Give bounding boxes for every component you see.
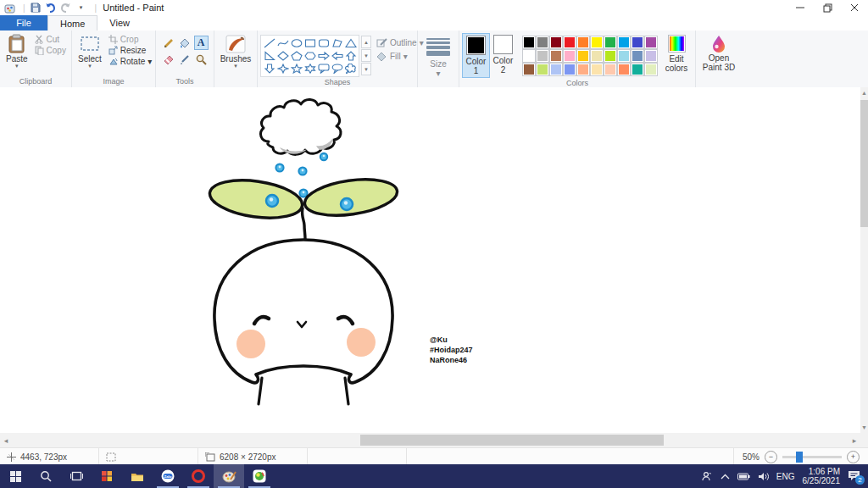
horizontal-scroll-thumb[interactable]: [360, 435, 664, 446]
palette-swatch[interactable]: [590, 49, 604, 63]
shape-right-arrow[interactable]: [317, 50, 330, 62]
palette-swatch[interactable]: [617, 49, 631, 63]
palette-swatch[interactable]: [522, 63, 536, 76]
shape-pentagon[interactable]: [290, 50, 303, 62]
palette-swatch[interactable]: [590, 63, 604, 76]
color-picker-tool[interactable]: [178, 52, 192, 66]
vertical-scroll-thumb[interactable]: [860, 100, 868, 227]
palette-swatch[interactable]: [563, 63, 576, 76]
shape-rounded-rectangle[interactable]: [317, 37, 330, 49]
palette-swatch[interactable]: [563, 36, 576, 49]
palette-swatch[interactable]: [563, 49, 576, 63]
scroll-up-arrow[interactable]: ▲: [860, 87, 868, 98]
shape-left-arrow[interactable]: [331, 50, 343, 62]
vertical-scrollbar[interactable]: ▲ ▼: [860, 87, 868, 433]
edit-colors-button[interactable]: Edit colors: [660, 33, 693, 75]
palette-swatch[interactable]: [522, 36, 536, 49]
palette-swatch[interactable]: [549, 36, 563, 49]
magnifier-tool[interactable]: [194, 52, 209, 66]
shape-oval-callout[interactable]: [331, 63, 343, 75]
undo-button[interactable]: [45, 2, 57, 14]
rotate-button[interactable]: Rotate ▾: [108, 57, 153, 66]
taskbar-search-button[interactable]: [31, 464, 61, 488]
palette-swatch[interactable]: [549, 63, 563, 76]
task-view-button[interactable]: [61, 464, 92, 488]
drawing-canvas[interactable]: @Ku #Hoidap247 NaRone46: [0, 87, 860, 433]
palette-swatch[interactable]: [644, 36, 658, 49]
speaker-icon[interactable]: [758, 472, 769, 481]
zoom-slider[interactable]: [782, 456, 842, 458]
brushes-button[interactable]: Brushes ▾: [217, 32, 255, 69]
scroll-down-arrow[interactable]: ▼: [860, 422, 868, 433]
shape-line[interactable]: [263, 37, 275, 49]
palette-swatch[interactable]: [631, 36, 644, 49]
palette-swatch[interactable]: [631, 63, 644, 76]
palette-swatch[interactable]: [522, 49, 536, 63]
palette-swatch[interactable]: [604, 63, 617, 76]
show-hidden-icons-chevron[interactable]: [721, 474, 730, 480]
pencil-tool[interactable]: [162, 36, 176, 50]
palette-swatch[interactable]: [576, 63, 590, 76]
fill-tool[interactable]: [178, 36, 192, 50]
shape-five-point-star[interactable]: [290, 63, 303, 75]
palette-swatch[interactable]: [604, 49, 617, 63]
minimize-button[interactable]: [787, 0, 814, 15]
zalo-app-button[interactable]: Zalo: [153, 464, 183, 488]
shape-ellipse[interactable]: [290, 37, 303, 49]
palette-swatch[interactable]: [536, 36, 549, 49]
shape-curve[interactable]: [276, 37, 289, 49]
resize-button[interactable]: Resize: [108, 46, 153, 55]
start-button[interactable]: [0, 464, 31, 488]
shape-up-arrow[interactable]: [344, 50, 357, 62]
action-center-button[interactable]: 2: [848, 470, 861, 482]
zoom-in-button[interactable]: +: [847, 451, 860, 463]
tab-home[interactable]: Home: [47, 15, 97, 30]
people-icon[interactable]: [702, 471, 713, 481]
horizontal-scrollbar[interactable]: ◂ ▸: [0, 433, 860, 447]
fill-button[interactable]: Fill ▾: [376, 51, 424, 61]
shape-rounded-callout[interactable]: [317, 63, 330, 75]
file-explorer-button[interactable]: [122, 464, 153, 488]
crop-button[interactable]: Crop: [108, 35, 153, 44]
palette-swatch[interactable]: [604, 36, 617, 49]
coccoc-browser-button[interactable]: [244, 464, 275, 488]
palette-swatch[interactable]: [536, 49, 549, 63]
shape-right-triangle[interactable]: [263, 50, 275, 62]
paint-taskbar-button[interactable]: [214, 464, 244, 488]
text-tool[interactable]: A: [194, 36, 209, 50]
language-indicator[interactable]: ENG: [776, 472, 795, 481]
shape-triangle[interactable]: [344, 37, 357, 49]
customize-qat-button[interactable]: ▾: [75, 2, 87, 14]
palette-swatch[interactable]: [536, 63, 549, 76]
zoom-slider-thumb[interactable]: [796, 452, 803, 463]
eraser-tool[interactable]: [162, 52, 176, 66]
shape-four-point-star[interactable]: [276, 63, 289, 75]
shapes-more-button[interactable]: ▼: [361, 63, 371, 75]
size-button[interactable]: Size ▾: [426, 36, 450, 78]
scroll-right-arrow[interactable]: ▸: [849, 433, 860, 447]
copy-button[interactable]: Copy: [35, 46, 66, 55]
close-button[interactable]: [841, 0, 868, 15]
palette-swatch[interactable]: [549, 49, 563, 63]
save-button[interactable]: [30, 2, 42, 14]
zoom-out-button[interactable]: −: [765, 451, 777, 463]
open-paint3d-button[interactable]: Open Paint 3D: [698, 33, 740, 74]
shape-diamond[interactable]: [276, 50, 289, 62]
paste-button[interactable]: Paste ▾: [3, 32, 31, 69]
tab-view[interactable]: View: [97, 15, 142, 30]
redo-button[interactable]: [60, 2, 72, 14]
pinned-app-button[interactable]: [92, 464, 122, 488]
shape-cloud-callout[interactable]: [344, 63, 357, 75]
color2-button[interactable]: Color 2: [490, 33, 516, 76]
select-button[interactable]: Select ▾: [75, 32, 105, 69]
palette-swatch[interactable]: [576, 36, 590, 49]
palette-swatch[interactable]: [617, 63, 631, 76]
shapes-scroll-down[interactable]: ▼: [361, 49, 371, 62]
shape-polygon[interactable]: [331, 37, 343, 49]
shapes-scroll-up[interactable]: ▲: [361, 36, 371, 48]
tab-file[interactable]: File: [0, 15, 47, 30]
palette-swatch[interactable]: [644, 63, 658, 76]
palette-swatch[interactable]: [617, 36, 631, 49]
palette-swatch[interactable]: [631, 49, 644, 63]
shape-down-arrow[interactable]: [263, 63, 275, 75]
